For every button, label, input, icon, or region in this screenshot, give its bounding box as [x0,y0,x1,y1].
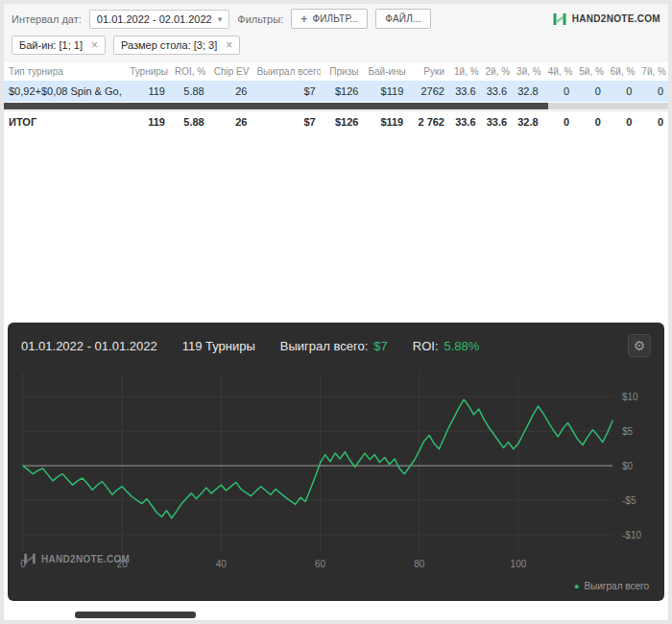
chip-table-size-label: Размер стола: [3; 3] [121,39,217,51]
app-window: Интервал дат: 01.01.2022 - 02.01.2022 ▾ … [4,4,668,620]
cell-3rd: 32.8 [512,81,543,102]
date-interval-label: Интервал дат: [12,13,82,25]
watermark-text: HAND2NOTE.COM [41,554,130,564]
cell-7th: 0 [636,81,668,102]
col-6th[interactable]: 6й, % [606,62,637,81]
cell-won-total: $7 [252,81,320,102]
col-tournaments[interactable]: Турниры [125,62,170,81]
page-scrollbar-thumb[interactable] [75,612,196,618]
legend-label: Выиграл всего [584,581,649,591]
cell-5th: 0 [574,81,606,102]
graph-date-range: 01.01.2022 - 01.01.2022 [21,339,157,353]
col-chip-ev[interactable]: Chip EV [209,62,252,81]
legend-dot-icon: ● [574,582,579,591]
file-button-label: ФАЙЛ... [385,13,421,24]
svg-text:$0: $0 [622,461,634,471]
content-gap [4,132,668,323]
cell-tournaments: 119 [125,81,170,102]
add-filter-button[interactable]: + ФИЛЬТР... [291,9,368,29]
col-2nd[interactable]: 2й, % [481,62,513,81]
cell-4th: 0 [543,81,575,102]
col-tournament-type[interactable]: Тип турнира [4,62,125,81]
cell-roi: 5.88 [170,81,209,102]
total-label: ИТОГ [4,111,125,133]
chart-legend[interactable]: ● Выиграл всего [8,579,664,601]
table-horizontal-scrollbar[interactable] [4,103,668,109]
col-4th[interactable]: 4й, % [543,62,575,81]
chip-buyin-label: Бай-ин: [1; 1] [19,39,83,51]
svg-text:100: 100 [511,559,527,569]
total-chip-ev: 26 [209,111,252,133]
chevron-down-icon: ▾ [218,14,223,24]
col-3rd[interactable]: 3й, % [512,62,543,81]
close-icon[interactable]: × [91,40,98,50]
svg-text:-$5: -$5 [622,495,636,506]
cell-2nd: 33.6 [481,81,513,102]
total-1st: 33.6 [449,111,481,133]
add-filter-button-label: ФИЛЬТР... [312,13,358,24]
svg-text:60: 60 [315,559,326,569]
settings-gear-icon[interactable]: ⚙ [628,334,651,357]
table-row[interactable]: $0,92+$0,08 Spin & Go, 3max 119 5.88 26 … [4,81,668,102]
total-buyins: $119 [363,111,408,133]
cell-buyins: $119 [363,81,408,102]
chip-table-size[interactable]: Размер стола: [3; 3] × [113,36,240,55]
equity-curve-chart: 020406080100$10$5$0-$5-$10 [15,363,657,579]
cell-tournament-type: $0,92+$0,08 Spin & Go, 3max [4,81,125,102]
graph-won-total: Выиграл всего: $7 [280,339,388,353]
total-roi: 5.88 [170,111,209,133]
svg-text:-$10: -$10 [622,530,641,540]
brand-logo: HAND2NOTE.COM [552,12,660,27]
total-tournaments: 119 [125,111,170,133]
col-prizes[interactable]: Призы [321,62,364,81]
graph-roi: ROI: 5.88% [413,339,480,353]
won-label: Выиграл всего: [280,339,368,353]
col-won-total[interactable]: Выиграл всего [252,62,320,81]
total-2nd: 33.6 [481,111,513,133]
cell-prizes: $126 [321,81,364,102]
total-hands: 2 762 [408,111,449,133]
cell-chip-ev: 26 [209,81,252,102]
roi-value: 5.88% [444,339,480,353]
total-7th: 0 [636,111,668,133]
svg-text:$10: $10 [622,392,638,402]
page-horizontal-scrollbar[interactable] [4,612,668,618]
table-header-row: Тип турнира Турниры ROI, % Chip EV Выигр… [4,62,668,81]
chip-buyin[interactable]: Бай-ин: [1; 1] × [12,36,106,55]
hand2note-icon-gray [23,552,36,565]
col-7th[interactable]: 7й, % [636,62,668,81]
date-range-select[interactable]: 01.01.2022 - 02.01.2022 ▾ [89,10,229,29]
total-prizes: $126 [321,111,364,133]
graph-panel: 01.01.2022 - 01.01.2022 119 Турниры Выиг… [8,323,664,601]
chart-watermark: HAND2NOTE.COM [23,552,130,565]
col-hands[interactable]: Руки [408,62,449,81]
total-won: $7 [252,111,320,133]
graph-header: 01.01.2022 - 01.01.2022 119 Турниры Выиг… [8,323,664,361]
chart-area: 020406080100$10$5$0-$5-$10 HAND2NOTE.COM [8,363,664,579]
plus-icon: + [300,14,307,24]
file-button[interactable]: ФАЙЛ... [375,9,431,29]
svg-text:40: 40 [216,559,228,569]
toolbar: Интервал дат: 01.01.2022 - 02.01.2022 ▾ … [4,4,668,34]
close-icon[interactable]: × [226,40,232,50]
stats-table: Тип турнира Турниры ROI, % Chip EV Выигр… [4,62,668,102]
total-6th: 0 [606,111,637,133]
col-5th[interactable]: 5й, % [574,62,606,81]
col-buyins[interactable]: Бай-ины [363,62,408,81]
filter-chips-row: Бай-ин: [1; 1] × Размер стола: [3; 3] × [4,34,668,62]
totals-table: ИТОГ 119 5.88 26 $7 $126 $119 2 762 33.6… [4,110,668,132]
total-5th: 0 [574,111,606,133]
total-3rd: 32.8 [512,111,543,133]
total-row: ИТОГ 119 5.88 26 $7 $126 $119 2 762 33.6… [4,111,668,133]
hand2note-icon [552,12,567,27]
col-roi[interactable]: ROI, % [170,62,209,81]
filters-label: Фильтры: [237,13,283,25]
total-4th: 0 [543,111,575,133]
graph-tournaments-count: 119 Турниры [182,339,255,353]
brand-text: HAND2NOTE.COM [572,13,660,24]
won-value: $7 [373,339,387,353]
scrollbar-thumb[interactable] [4,103,548,109]
cell-6th: 0 [606,81,637,102]
svg-text:80: 80 [414,559,425,569]
col-1st[interactable]: 1й, % [449,62,481,81]
